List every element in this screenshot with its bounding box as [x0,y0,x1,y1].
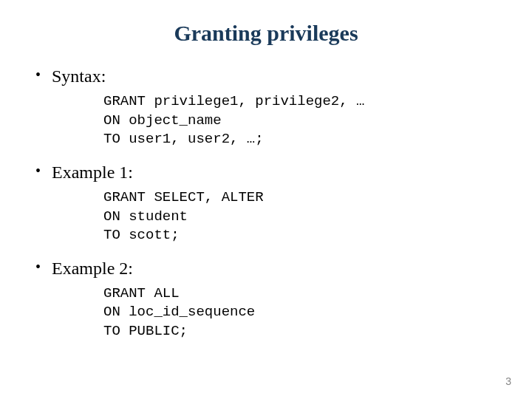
code-example-1: GRANT SELECT, ALTER ON student TO scott; [103,188,502,245]
bullet-example-2: Example 2: [52,259,502,279]
code-example-2: GRANT ALL ON loc_id_sequence TO PUBLIC; [103,284,502,341]
page-number: 3 [505,375,511,387]
code-syntax: GRANT privilege1, privilege2, … ON objec… [103,92,502,149]
bullet-syntax: Syntax: [52,66,502,86]
slide-title: Granting privileges [30,21,502,46]
bullet-example-1: Example 1: [52,163,502,183]
